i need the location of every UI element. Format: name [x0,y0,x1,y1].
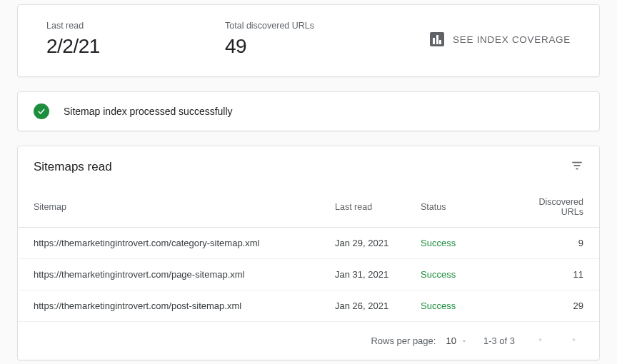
filter-icon[interactable] [571,159,583,174]
prev-page-button[interactable] [531,330,549,351]
rows-per-page-select[interactable]: 10 [446,335,467,346]
table-row[interactable]: https://themarketingintrovert.com/post-s… [18,290,599,322]
col-lastread-header[interactable]: Last read [335,187,421,228]
svg-rect-2 [576,168,578,170]
status-cell: Success [421,228,506,259]
status-cell: Success [421,290,506,322]
last-read-value: 2/2/21 [46,35,225,58]
next-page-button[interactable] [565,330,583,351]
status-message: Sitemap index processed successfully [64,106,233,117]
see-index-coverage-label: SEE INDEX COVERAGE [453,34,571,45]
total-urls-value: 49 [225,35,403,58]
svg-rect-0 [572,162,582,163]
col-status-header[interactable]: Status [421,187,506,228]
page-range: 1-3 of 3 [483,335,515,346]
table-pagination: Rows per page: 10 1-3 of 3 [18,322,599,360]
table-row[interactable]: https://themarketingintrovert.com/catego… [18,228,599,259]
bar-chart-icon [430,32,444,46]
chevron-left-icon [536,335,543,345]
summary-card: Last read 2/2/21 Total discovered URLs 4… [17,4,600,77]
discovered-cell: 11 [506,259,599,290]
sitemaps-table-card: Sitemaps read Sitemap Last read Status D… [17,146,600,360]
sitemap-url: https://themarketingintrovert.com/post-s… [18,290,335,322]
discovered-cell: 29 [506,290,599,322]
status-bar: Sitemap index processed successfully [17,91,600,131]
last-read-cell: Jan 31, 2021 [335,259,421,290]
chevron-right-icon [571,335,578,345]
table-row[interactable]: https://themarketingintrovert.com/page-s… [18,259,599,290]
rows-per-page-label: Rows per page: [371,335,436,346]
last-read-metric: Last read 2/2/21 [46,21,225,58]
status-cell: Success [421,259,506,290]
sitemaps-table: Sitemap Last read Status Discovered URLs… [18,187,599,322]
total-urls-metric: Total discovered URLs 49 [225,21,403,58]
see-index-coverage-button[interactable]: SEE INDEX COVERAGE [421,26,579,52]
rows-per-page-value: 10 [446,335,456,346]
chevron-down-icon [461,338,468,345]
svg-rect-1 [574,165,581,166]
last-read-label: Last read [46,21,225,31]
sitemap-url: https://themarketingintrovert.com/catego… [18,228,335,259]
last-read-cell: Jan 29, 2021 [335,228,421,259]
total-urls-label: Total discovered URLs [225,21,403,31]
discovered-cell: 9 [506,228,599,259]
last-read-cell: Jan 26, 2021 [335,290,421,322]
success-check-icon [34,103,49,119]
col-sitemap-header[interactable]: Sitemap [18,187,335,228]
col-discovered-header[interactable]: Discovered URLs [506,187,599,228]
sitemap-url: https://themarketingintrovert.com/page-s… [18,259,335,290]
table-title: Sitemaps read [34,160,112,174]
